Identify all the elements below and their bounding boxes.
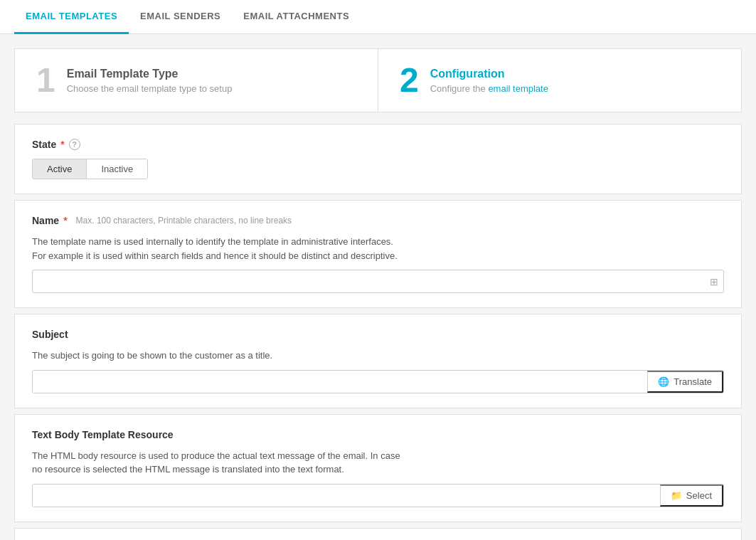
- nav-email-senders[interactable]: EMAIL SENDERS: [129, 0, 232, 34]
- wizard-step-2[interactable]: 2 Configuration Configure the email temp…: [378, 49, 741, 112]
- step2-title: Configuration: [430, 68, 548, 80]
- step1-title: Email Template Type: [67, 68, 233, 80]
- text-body-section: Text Body Template Resource The HTML bod…: [14, 414, 742, 522]
- step2-number: 2: [400, 63, 419, 97]
- name-input-wrapper: ⊞: [32, 270, 724, 293]
- step1-subtitle: Choose the email template type to setup: [67, 83, 233, 94]
- nav-email-templates[interactable]: EMAIL TEMPLATES: [14, 0, 129, 34]
- state-active-button[interactable]: Active: [33, 159, 87, 179]
- translate-label: Translate: [674, 376, 712, 387]
- step2-subtitle: Configure the email template: [430, 83, 548, 94]
- name-input[interactable]: [32, 270, 724, 293]
- name-desc-line1: The template name is used internally to …: [32, 235, 724, 249]
- top-navigation: EMAIL TEMPLATES EMAIL SENDERS EMAIL ATTA…: [0, 0, 756, 34]
- step1-number: 1: [36, 63, 55, 97]
- text-body-folder-icon: 📁: [671, 490, 682, 501]
- text-body-desc-line2: no resource is selected the HTML message…: [32, 462, 724, 477]
- globe-icon: 🌐: [658, 376, 669, 387]
- name-desc-line2: For example it is used within search fie…: [32, 249, 724, 263]
- subject-label: Subject: [32, 329, 724, 340]
- text-body-desc-line1: The HTML body resource is used to produc…: [32, 449, 724, 463]
- state-section: State * ? Active Inactive: [14, 124, 742, 194]
- subject-section: Subject The subject is going to be shown…: [14, 314, 742, 408]
- text-body-input-group: 📁 Select: [32, 484, 724, 507]
- translate-button[interactable]: 🌐 Translate: [647, 371, 723, 393]
- subject-input-group: 🌐 Translate: [32, 370, 724, 393]
- name-required-star: *: [63, 215, 67, 226]
- name-input-icon: ⊞: [710, 276, 718, 287]
- name-meta: Max. 100 characters, Printable character…: [76, 216, 292, 226]
- name-section: Name * Max. 100 characters, Printable ch…: [14, 200, 742, 308]
- main-content: 1 Email Template Type Choose the email t…: [0, 34, 756, 540]
- state-toggle-group: Active Inactive: [32, 159, 148, 179]
- text-body-label: Text Body Template Resource: [32, 429, 724, 440]
- wizard-step-1[interactable]: 1 Email Template Type Choose the email t…: [15, 49, 378, 112]
- text-body-select-button[interactable]: 📁 Select: [660, 485, 723, 507]
- text-body-select-label: Select: [686, 490, 712, 501]
- step2-subtitle-link[interactable]: email template: [488, 83, 548, 94]
- step2-subtitle-text: Configure the: [430, 83, 489, 94]
- text-body-input[interactable]: [33, 485, 660, 507]
- state-help-icon[interactable]: ?: [69, 139, 80, 150]
- subject-description: The subject is going to be shown to the …: [32, 349, 724, 363]
- subject-input[interactable]: [33, 371, 647, 393]
- step1-info: Email Template Type Choose the email tem…: [67, 68, 233, 94]
- name-label: Name * Max. 100 characters, Printable ch…: [32, 215, 724, 226]
- step2-info: Configuration Configure the email templa…: [430, 68, 548, 94]
- html-body-section: Html Body Template Resource * The HTML b…: [14, 528, 742, 541]
- wizard-steps: 1 Email Template Type Choose the email t…: [14, 48, 742, 112]
- nav-email-attachments[interactable]: EMAIL ATTACHMENTS: [232, 0, 361, 34]
- name-description: The template name is used internally to …: [32, 235, 724, 263]
- text-body-description: The HTML body resource is used to produc…: [32, 449, 724, 477]
- state-label: State * ?: [32, 139, 724, 150]
- state-inactive-button[interactable]: Inactive: [87, 159, 147, 179]
- state-required-star: *: [60, 139, 64, 150]
